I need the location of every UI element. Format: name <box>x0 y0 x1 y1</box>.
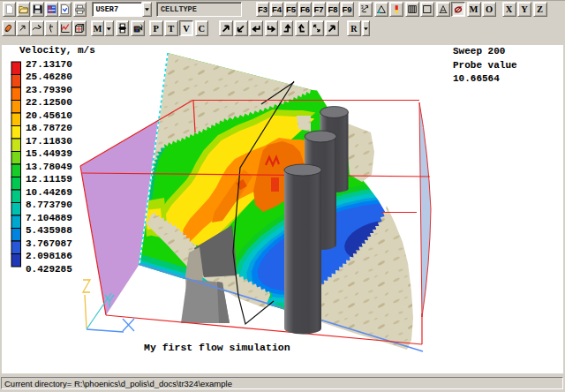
svg-text:25.46280: 25.46280 <box>26 72 72 82</box>
svg-text:20.45610: 20.45610 <box>26 110 72 121</box>
svg-text:5.435988: 5.435988 <box>26 225 72 236</box>
svg-text:7.104889: 7.104889 <box>26 213 72 223</box>
svg-text:3: 3 <box>361 4 364 10</box>
svg-text:2.098186: 2.098186 <box>26 251 72 261</box>
svg-text:10.66564: 10.66564 <box>453 73 500 84</box>
svg-text:12.11159: 12.11159 <box>26 174 72 185</box>
svg-text:3.767087: 3.767087 <box>26 238 72 249</box>
svg-text:17.11830: 17.11830 <box>26 136 72 147</box>
svg-text:10.44269: 10.44269 <box>26 187 72 198</box>
svg-text:Velocity, m/s: Velocity, m/s <box>19 45 95 56</box>
svg-text:Probe value: Probe value <box>453 60 517 71</box>
svg-text:0.429285: 0.429285 <box>26 264 72 275</box>
svg-text:13.78049: 13.78049 <box>26 162 72 172</box>
svg-text:27.13170: 27.13170 <box>26 59 72 70</box>
svg-text:Sweep 200: Sweep 200 <box>453 46 505 57</box>
svg-text:15.44939: 15.44939 <box>26 148 72 159</box>
svg-text:23.79390: 23.79390 <box>26 85 72 95</box>
svg-text:18.78720: 18.78720 <box>26 123 72 133</box>
svg-text:My first flow simulation: My first flow simulation <box>144 342 290 353</box>
svg-text:8.773790: 8.773790 <box>26 200 72 210</box>
svg-text:22.12500: 22.12500 <box>26 97 72 108</box>
